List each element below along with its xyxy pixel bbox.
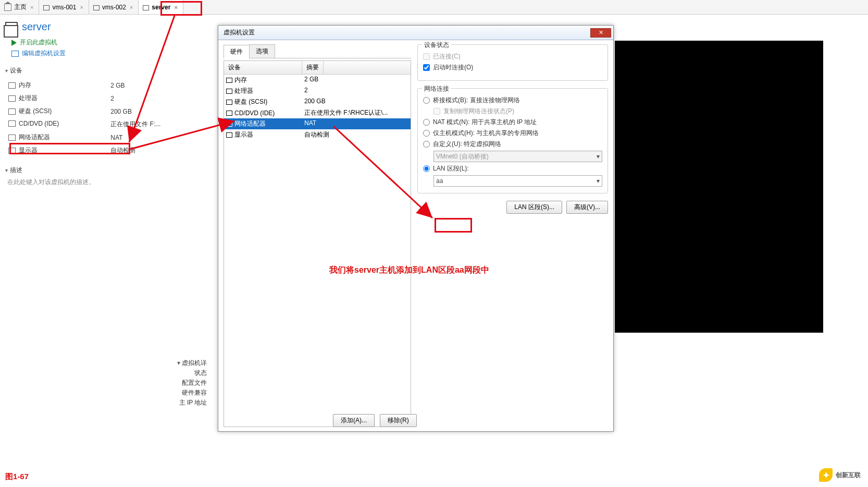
cd-icon (226, 111, 232, 116)
network-connection-group: 网络连接 桥接模式(B): 直接连接物理网络 复制物理网络连接状态(P) NAT… (417, 88, 608, 193)
add-hardware-button[interactable]: 添加(A)... (333, 414, 375, 427)
lan-segments-button[interactable]: LAN 区段(S)... (506, 201, 562, 214)
display-icon (226, 132, 232, 138)
annotation-box (9, 143, 130, 154)
start-vm-button[interactable]: 开启此虚拟机 (11, 38, 167, 47)
lan-segment-radio[interactable]: LAN 区段(L): (423, 164, 602, 173)
net-icon (8, 135, 16, 141)
annotation-text: 我们将server主机添加到LAN区段aa网段中 (329, 265, 489, 276)
description-placeholder[interactable]: 在此处键入对该虚拟机的描述。 (5, 178, 167, 187)
vm-icon (143, 5, 149, 10)
figure-label: 图1-67 (5, 472, 29, 482)
vm-details-section: 虚拟机详 状态 配置文件 硬件兼容 主 IP 地址 (177, 359, 207, 407)
vm-title: server (5, 21, 167, 33)
vm-settings-dialog: 虚拟机设置 ✕ 硬件 选项 设备摘要 内存2 GB 处理器2 硬盘 (SCSI)… (218, 25, 614, 432)
connected-checkbox: 已连接(C) (423, 52, 602, 61)
vm-summary-panel: server 开启此虚拟机 编辑虚拟机设置 设备 内存2 GB 处理器2 硬盘 … (0, 15, 172, 192)
chevron-down-icon: ▾ (597, 153, 600, 160)
lan-segment-select[interactable]: aa▾ (433, 175, 602, 187)
tab-bar: 主页× vms-001× vms-002× server× (0, 0, 868, 15)
vmnet-select: VMnet0 (自动桥接)▾ (433, 151, 602, 162)
dialog-titlebar[interactable]: 虚拟机设置 ✕ (218, 26, 613, 40)
memory-icon (8, 82, 16, 89)
vm-detail-row: 状态 (177, 369, 207, 378)
disk-icon (8, 108, 16, 115)
chevron-down-icon: ▾ (597, 177, 600, 185)
vm-details-head[interactable]: 虚拟机详 (177, 359, 207, 368)
cpu-icon (226, 89, 232, 94)
device-row[interactable]: 硬盘 (SCSI)200 GB (6, 105, 166, 117)
brand-logo: ✦ 创新互联 (819, 468, 861, 482)
replicate-checkbox: 复制物理网络连接状态(P) (433, 107, 602, 116)
devices-section-head[interactable]: 设备 (5, 66, 167, 75)
custom-radio[interactable]: 自定义(U): 特定虚拟网络 (423, 140, 602, 149)
vm-icon (43, 5, 49, 10)
memory-icon (226, 78, 232, 83)
device-row-network[interactable]: 网络适配器NAT (6, 131, 166, 143)
remove-hardware-button[interactable]: 移除(R) (380, 414, 417, 427)
tab-hardware[interactable]: 硬件 (224, 45, 250, 58)
vm-detail-row: 配置文件 (177, 379, 207, 387)
tab-options[interactable]: 选项 (249, 44, 275, 58)
vm-detail-row: 主 IP 地址 (177, 398, 207, 407)
disk-icon (226, 100, 232, 105)
device-row[interactable]: CD/DVD (IDE)正在使用文件 F:... (6, 118, 166, 130)
tab-home[interactable]: 主页× (0, 0, 39, 14)
group-title: 设备状态 (422, 41, 451, 50)
logo-icon: ✦ (819, 468, 833, 482)
dialog-title: 虚拟机设置 (224, 28, 255, 37)
page-title: server (22, 21, 51, 33)
tab-vms-002[interactable]: vms-002× (89, 0, 139, 14)
hw-row-cd[interactable]: CD/DVD (IDE)正在使用文件 F:\RHCE认证\... (224, 107, 411, 118)
close-icon[interactable]: × (79, 4, 84, 10)
hw-row-network[interactable]: 网络适配器NAT (224, 118, 411, 129)
bridged-radio[interactable]: 桥接模式(B): 直接连接物理网络 (423, 96, 602, 105)
vm-detail-row: 硬件兼容 (177, 388, 207, 397)
cpu-icon (8, 95, 16, 102)
vm-icon (93, 5, 100, 10)
advanced-button[interactable]: 高级(V)... (566, 201, 608, 214)
device-status-group: 设备状态 已连接(C) 启动时连接(O) (417, 44, 608, 81)
close-icon[interactable]: × (129, 4, 134, 10)
net-icon (226, 121, 232, 127)
cd-icon (8, 120, 16, 127)
close-icon[interactable]: × (29, 4, 34, 10)
dialog-tabs: 硬件 选项 (224, 44, 411, 58)
logo-text: 创新互联 (836, 471, 861, 480)
annotation-box (160, 1, 202, 16)
description-section-head[interactable]: 描述 (5, 166, 167, 175)
edit-vm-settings-button[interactable]: 编辑虚拟机设置 (11, 49, 167, 58)
hw-row-disk[interactable]: 硬盘 (SCSI)200 GB (224, 96, 411, 107)
tab-vms-001[interactable]: vms-001× (39, 0, 89, 14)
vm-console-preview[interactable] (615, 41, 823, 333)
dialog-close-button[interactable]: ✕ (590, 28, 611, 38)
hardware-list: 设备摘要 内存2 GB 处理器2 硬盘 (SCSI)200 GB CD/DVD … (224, 60, 411, 427)
hw-row-display[interactable]: 显示器自动检测 (224, 129, 411, 140)
hw-row-cpu[interactable]: 处理器2 (224, 86, 411, 96)
device-row[interactable]: 内存2 GB (6, 79, 166, 91)
connect-at-startup-checkbox[interactable]: 启动时连接(O) (423, 63, 602, 72)
device-row[interactable]: 处理器2 (6, 92, 166, 104)
hardware-list-header: 设备摘要 (224, 61, 411, 75)
home-icon (4, 4, 11, 11)
vm-large-icon (5, 22, 18, 32)
hw-row-memory[interactable]: 内存2 GB (224, 75, 411, 86)
group-title: 网络连接 (422, 84, 451, 93)
nat-radio[interactable]: NAT 模式(N): 用于共享主机的 IP 地址 (423, 118, 602, 127)
annotation-box (435, 218, 472, 233)
hostonly-radio[interactable]: 仅主机模式(H): 与主机共享的专用网络 (423, 129, 602, 138)
